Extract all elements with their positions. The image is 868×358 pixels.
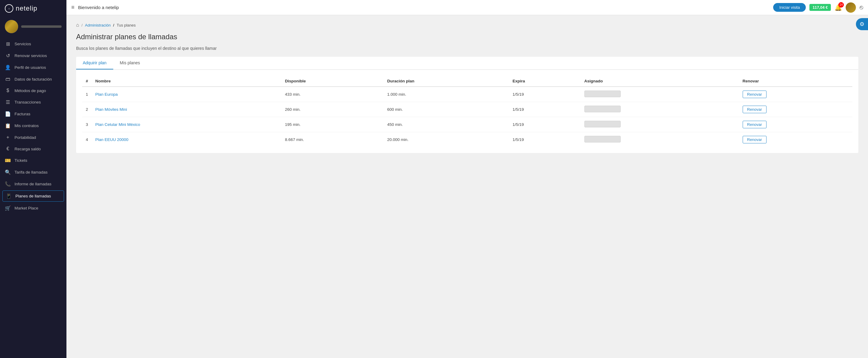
gear-float-button[interactable]: ⚙	[856, 18, 868, 30]
row-duracion: 600 min.	[383, 102, 509, 117]
main-area: ≡ Bienvenido a netelip Iniciar visita 11…	[66, 0, 868, 358]
tab-mis-planes[interactable]: Mis planes	[113, 57, 147, 69]
assigned-bar	[584, 91, 621, 97]
breadcrumb-separator-2: /	[113, 23, 115, 28]
row-renovar: Renovar	[739, 132, 852, 147]
row-name: Plan Celular Mini México	[92, 117, 281, 132]
renovar-button-3[interactable]: Renovar	[743, 121, 767, 128]
row-num: 2	[82, 102, 92, 117]
sidebar-item-facturacion[interactable]: 🗃 Datos de facturación	[0, 73, 66, 85]
breadcrumb-current: Tus planes	[117, 23, 135, 28]
sidebar-item-planes[interactable]: 📱 Planes de llamadas	[2, 191, 64, 202]
plan-link-4[interactable]: Plan EEUU 20000	[95, 137, 129, 142]
row-asignado	[581, 102, 739, 117]
avatar-image	[5, 20, 18, 33]
row-renovar: Renovar	[739, 117, 852, 132]
row-renovar: Renovar	[739, 102, 852, 117]
row-disponible: 433 min.	[281, 87, 384, 102]
row-disponible: 8.667 min.	[281, 132, 384, 147]
sidebar-label-perfil: Perfil de usuarios	[14, 65, 46, 70]
sidebar-label-facturas: Facturas	[14, 112, 31, 116]
row-expira: 1/5/19	[509, 132, 581, 147]
content-area: ⚙ ⌂ / Administración / Tus planes Admini…	[66, 15, 868, 358]
row-renovar: Renovar	[739, 87, 852, 102]
sidebar-item-tarifa[interactable]: 🔍 Tarifa de llamadas	[0, 166, 66, 178]
plan-link-2[interactable]: Plan Móviles Mini	[95, 107, 127, 112]
assigned-bar	[584, 121, 621, 127]
sidebar-item-tickets[interactable]: 🎫 Tickets	[0, 155, 66, 166]
sidebar-icon-market: 🛒	[5, 205, 11, 211]
sidebar-item-portabilidad[interactable]: + Portabilidad	[0, 132, 66, 143]
sidebar-label-tarifa: Tarifa de llamadas	[14, 170, 48, 174]
sidebar-icon-informe: 📞	[5, 181, 11, 187]
sidebar-item-servicios[interactable]: ⊞ Servicios	[0, 38, 66, 50]
signout-icon[interactable]: ⎋	[860, 4, 863, 11]
sidebar-item-renovar[interactable]: ↺ Renovar servicios	[0, 50, 66, 62]
sidebar-label-contratos: Mis contratos	[14, 124, 39, 128]
col-header-asignado: Asignado	[581, 76, 739, 87]
sidebar-label-pago: Métodos de pago	[14, 89, 46, 93]
avatar[interactable]	[5, 20, 18, 33]
sidebar-label-planes: Planes de llamadas	[16, 194, 51, 198]
username-bar	[21, 25, 62, 28]
row-expira: 1/5/19	[509, 117, 581, 132]
renovar-button-2[interactable]: Renovar	[743, 106, 767, 113]
notification-button[interactable]: 🔔 14	[835, 4, 842, 11]
menu-icon[interactable]: ≡	[71, 4, 74, 10]
sidebar-icon-renovar: ↺	[5, 53, 11, 59]
sidebar-label-servicios: Servicios	[14, 42, 31, 46]
table-row: 3 Plan Celular Mini México 195 min. 450 …	[82, 117, 852, 132]
col-header-disponible: Disponible	[281, 76, 384, 87]
sidebar-icon-portabilidad: +	[5, 135, 11, 140]
row-num: 1	[82, 87, 92, 102]
table-row: 2 Plan Móviles Mini 260 min. 600 min. 1/…	[82, 102, 852, 117]
table-row: 1 Plan Europa 433 min. 1.000 min. 1/5/19…	[82, 87, 852, 102]
home-icon[interactable]: ⌂	[76, 22, 79, 28]
sidebar-label-informe: Informe de llamadas	[14, 182, 51, 186]
sidebar-icon-contratos: 📋	[5, 123, 11, 129]
sidebar-label-renovar: Renovar servicios	[14, 54, 47, 58]
table-row: 4 Plan EEUU 20000 8.667 min. 20.000 min.…	[82, 132, 852, 147]
plans-table: #NombreDisponibleDuración planExpiraAsig…	[82, 76, 852, 147]
sidebar-label-tickets: Tickets	[14, 158, 27, 163]
row-name: Plan Europa	[92, 87, 281, 102]
sidebar-item-perfil[interactable]: 👤 Perfil de usuarios	[0, 62, 66, 73]
topbar-avatar[interactable]	[846, 2, 856, 13]
row-expira: 1/5/19	[509, 102, 581, 117]
sidebar-icon-perfil: 👤	[5, 65, 11, 70]
sidebar-icon-tarifa: 🔍	[5, 169, 11, 175]
breadcrumb-admin[interactable]: Administración	[85, 23, 111, 28]
row-expira: 1/5/19	[509, 87, 581, 102]
sidebar-item-contratos[interactable]: 📋 Mis contratos	[0, 120, 66, 132]
sidebar-icon-recarga: €	[5, 146, 11, 152]
table-head: #NombreDisponibleDuración planExpiraAsig…	[82, 76, 852, 87]
sidebar-item-transacciones[interactable]: ☰ Transacciones	[0, 96, 66, 108]
breadcrumb: ⌂ / Administración / Tus planes	[76, 22, 858, 28]
sidebar-item-market[interactable]: 🛒 Market Place	[0, 202, 66, 214]
sidebar-label-portabilidad: Portabilidad	[14, 135, 36, 140]
main-card: Adquirir planMis planes #NombreDisponibl…	[76, 57, 858, 153]
row-asignado	[581, 117, 739, 132]
assigned-bar	[584, 136, 621, 142]
col-header-nombre: Nombre	[92, 76, 281, 87]
renovar-button-1[interactable]: Renovar	[743, 91, 767, 98]
row-asignado	[581, 132, 739, 147]
row-name: Plan Móviles Mini	[92, 102, 281, 117]
visit-button[interactable]: Iniciar visita	[773, 3, 806, 12]
plan-link-1[interactable]: Plan Europa	[95, 92, 118, 97]
renovar-button-4[interactable]: Renovar	[743, 136, 767, 143]
sidebar-icon-facturacion: 🗃	[5, 76, 11, 82]
balance-badge: 117,04 €	[809, 4, 831, 11]
sidebar-item-pago[interactable]: $ Métodos de pago	[0, 85, 66, 96]
row-num: 4	[82, 132, 92, 147]
sidebar-item-informe[interactable]: 📞 Informe de llamadas	[0, 178, 66, 190]
assigned-bar	[584, 106, 621, 112]
row-disponible: 260 min.	[281, 102, 384, 117]
tab-adquirir[interactable]: Adquirir plan	[76, 57, 113, 69]
logo-text: netelip	[16, 4, 37, 12]
sidebar-item-facturas[interactable]: 📄 Facturas	[0, 108, 66, 120]
plan-link-3[interactable]: Plan Celular Mini México	[95, 122, 141, 127]
sidebar-item-recarga[interactable]: € Recarga saldo	[0, 143, 66, 155]
table-container: #NombreDisponibleDuración planExpiraAsig…	[76, 70, 858, 153]
col-header-duración-plan: Duración plan	[383, 76, 509, 87]
